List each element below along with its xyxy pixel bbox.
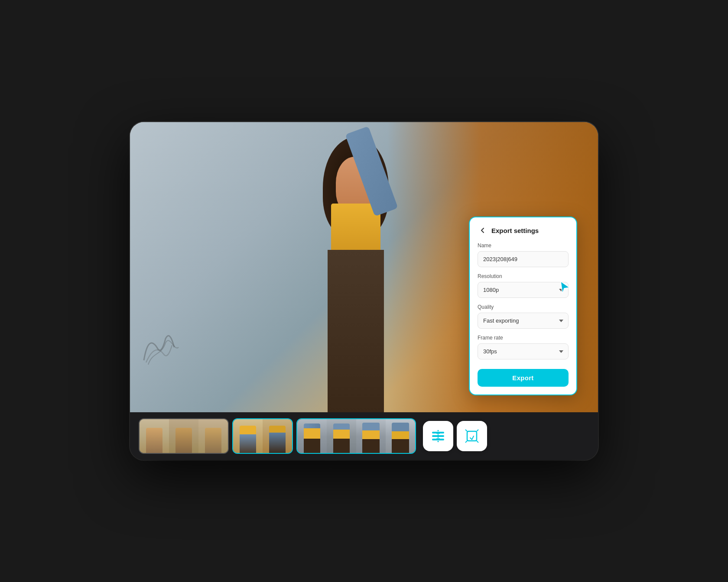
device-frame: Export settings Name Resolution 720p 108… [130, 122, 598, 460]
export-settings-panel: Export settings Name Resolution 720p 108… [469, 217, 577, 395]
resolution-select-wrapper: 720p 1080p 2K 4K [478, 282, 569, 298]
crop-tool-button[interactable] [457, 421, 487, 451]
frame-rate-label: Frame rate [478, 335, 569, 341]
film-thumb-2-1 [233, 419, 263, 454]
quality-select-wrapper: Fast exporting Normal High Quality [478, 313, 569, 329]
name-label: Name [478, 242, 569, 249]
panel-title: Export settings [491, 227, 539, 234]
filmstrip-group-3[interactable] [296, 418, 416, 454]
export-button[interactable]: Export [478, 369, 569, 387]
film-thumb-2-2 [263, 419, 292, 454]
film-thumb-3-2 [327, 419, 356, 454]
film-thumb-1-1 [140, 419, 169, 454]
frame-rate-field-group: Frame rate 24fps 30fps 60fps [478, 335, 569, 359]
film-thumb-3-1 [297, 419, 327, 454]
cursor-pointer-icon [557, 280, 573, 297]
resolution-label: Resolution [478, 273, 569, 279]
quality-field-group: Quality Fast exporting Normal High Quali… [478, 304, 569, 329]
svg-line-10 [465, 441, 467, 443]
back-button[interactable] [478, 225, 488, 236]
film-thumb-3-3 [356, 419, 386, 454]
svg-line-11 [477, 441, 478, 443]
film-thumb-3-4 [386, 419, 415, 454]
timeline-area [130, 412, 598, 460]
resolution-select[interactable]: 720p 1080p 2K 4K [478, 282, 569, 298]
svg-line-8 [465, 430, 467, 431]
video-preview-area: Export settings Name Resolution 720p 108… [130, 122, 598, 412]
name-field-group: Name [478, 242, 569, 267]
split-tool-button[interactable] [423, 421, 453, 451]
svg-line-9 [477, 430, 478, 431]
resolution-field-group: Resolution 720p 1080p 2K 4K [478, 273, 569, 298]
name-input[interactable] [478, 251, 569, 267]
filmstrip-group-1[interactable] [139, 418, 229, 454]
quality-label: Quality [478, 304, 569, 310]
filmstrip-group-2[interactable] [232, 418, 293, 454]
film-thumb-1-3 [198, 419, 228, 454]
tool-buttons [423, 421, 487, 451]
quality-select[interactable]: Fast exporting Normal High Quality [478, 313, 569, 329]
panel-header: Export settings [478, 225, 569, 236]
film-thumb-1-2 [169, 419, 198, 454]
frame-rate-select-wrapper: 24fps 30fps 60fps [478, 343, 569, 359]
frame-rate-select[interactable]: 24fps 30fps 60fps [478, 343, 569, 359]
svg-marker-0 [561, 281, 569, 294]
